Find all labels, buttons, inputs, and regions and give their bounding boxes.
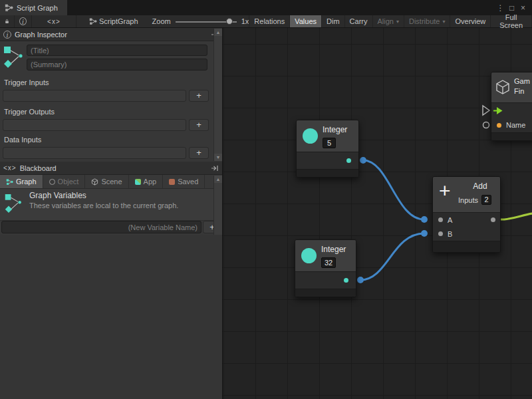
window-maximize-icon[interactable]: □: [506, 3, 517, 13]
graph-title-input[interactable]: [27, 45, 207, 56]
trigger-outputs-label: Trigger Outputs: [4, 108, 55, 116]
dropdown-arrow-icon: ▾: [442, 19, 445, 25]
string-port-icon[interactable]: [497, 123, 501, 128]
input-row-b: B: [433, 227, 500, 241]
variables-icon: <x>: [3, 164, 17, 172]
node-header[interactable]: Gam Fin: [491, 72, 532, 103]
node-header[interactable]: Integer 5: [297, 120, 358, 152]
graph-inspector-title: Graph Inspector: [15, 31, 67, 39]
overview-label: Overview: [455, 17, 485, 25]
inspector-toggle-button[interactable]: i: [15, 15, 32, 27]
align-label: Align: [378, 17, 394, 25]
carry-button[interactable]: Carry: [345, 15, 373, 27]
toolbar-buttons: Relations Values Dim Carry Align ▾ Distr…: [249, 15, 532, 27]
integer-value-field[interactable]: 5: [323, 138, 336, 148]
maximize-panel-icon[interactable]: [211, 165, 219, 172]
window-tab-script-graph[interactable]: Script Graph: [0, 0, 67, 15]
blackboard-title: Blackboard: [20, 164, 57, 172]
value-input-port[interactable]: [483, 122, 489, 128]
blackboard-empty-area: [0, 235, 222, 399]
input-port-icon[interactable]: [438, 217, 443, 222]
scene-cube-icon: [91, 178, 98, 186]
graph-type-icon: [3, 45, 24, 69]
window-close-icon[interactable]: ×: [517, 3, 529, 13]
node-add[interactable]: + Add Inputs 2 A B: [432, 176, 501, 253]
scroll-up-icon[interactable]: ▲: [214, 176, 222, 183]
inputs-count-field[interactable]: 2: [481, 195, 491, 205]
tab-scene[interactable]: Scene: [85, 175, 128, 188]
flow-input-port[interactable]: [483, 106, 489, 115]
wire-add-output: [501, 213, 532, 219]
input-b-label: B: [448, 230, 452, 238]
new-variable-input[interactable]: [1, 221, 201, 233]
input-port-icon[interactable]: [438, 231, 443, 236]
lock-glyph: [5, 17, 9, 25]
inputs-label: Inputs: [458, 196, 478, 204]
name-port-label: Name: [506, 121, 525, 129]
port-bubble[interactable]: [421, 216, 428, 223]
tab-app[interactable]: App: [129, 175, 164, 188]
script-graph-asset-icon: [5, 3, 13, 12]
blackboard-toggle-button[interactable]: <x>: [32, 15, 76, 27]
graph-summary-input[interactable]: [27, 59, 207, 70]
integer-value-field[interactable]: 32: [321, 257, 336, 268]
node-title-line2: Fin: [514, 87, 524, 95]
flow-arrow-icon[interactable]: [493, 107, 503, 114]
node-port-row: [295, 272, 356, 289]
lock-icon[interactable]: [0, 15, 15, 27]
node-footer: [491, 132, 532, 140]
zoom-slider[interactable]: [176, 15, 237, 28]
align-button[interactable]: Align ▾: [373, 15, 404, 27]
full-screen-button[interactable]: Full Screen: [491, 15, 532, 27]
zoom-value: 1x: [241, 17, 249, 25]
node-title: Integer: [321, 245, 346, 254]
port-bubble[interactable]: [360, 157, 366, 164]
port-bubble[interactable]: [421, 230, 428, 237]
graph-variables-note: These variables are local to the current…: [29, 201, 178, 209]
output-port-icon[interactable]: [491, 217, 495, 222]
blackboard-tabs: Graph Object Scene App Saved: [0, 175, 213, 189]
relations-button[interactable]: Relations: [249, 15, 290, 27]
output-port-icon[interactable]: [346, 158, 351, 163]
info-icon: i: [19, 17, 27, 25]
graph-canvas[interactable]: Integer 5 Integer 32 + Add: [223, 28, 532, 399]
overview-button[interactable]: Overview: [450, 15, 491, 27]
node-header[interactable]: + Add Inputs 2: [433, 177, 500, 213]
port-bubble[interactable]: [357, 277, 364, 283]
tab-app-label: App: [144, 178, 157, 186]
data-inputs-label: Data Inputs: [4, 136, 41, 144]
dim-button[interactable]: Dim: [322, 15, 345, 27]
add-trigger-input-button[interactable]: +: [189, 90, 209, 102]
node-title-line1: Gam: [514, 77, 530, 85]
node-find-partial[interactable]: Gam Fin Name: [491, 72, 532, 141]
info-icon: i: [3, 31, 11, 39]
values-button[interactable]: Values: [290, 15, 322, 27]
trigger-inputs-list: [3, 90, 186, 102]
app-grid-icon: [135, 179, 141, 185]
tab-graph[interactable]: Graph: [0, 175, 43, 188]
output-port-icon[interactable]: [344, 278, 348, 283]
scroll-up-icon[interactable]: ▲: [214, 29, 222, 36]
zoom-slider-knob[interactable]: [226, 18, 233, 25]
add-trigger-output-button[interactable]: +: [189, 119, 209, 131]
window-menu-icon[interactable]: ⋮: [495, 3, 506, 13]
dropdown-arrow-icon: ▾: [396, 19, 399, 25]
wire-integer32-to-add-b: [360, 233, 424, 280]
scroll-down-icon[interactable]: ▼: [214, 154, 222, 161]
node-integer-5[interactable]: Integer 5: [296, 120, 359, 178]
add-data-input-button[interactable]: +: [189, 147, 209, 159]
carry-label: Carry: [350, 17, 368, 25]
input-row-a: A: [433, 213, 500, 227]
distribute-button[interactable]: Distribute ▾: [404, 15, 450, 27]
tab-object[interactable]: Object: [43, 175, 86, 188]
graph-breadcrumb[interactable]: ScriptGraph: [84, 15, 143, 27]
node-integer-32[interactable]: Integer 32: [295, 239, 356, 297]
node-footer: [297, 169, 358, 177]
graph-variables-block: Graph Variables These variables are loca…: [0, 189, 222, 221]
object-icon: [49, 179, 55, 185]
tab-saved[interactable]: Saved: [163, 175, 205, 188]
integer-icon: [303, 128, 318, 144]
add-icon: +: [439, 180, 451, 201]
inspector-scrollbar[interactable]: ▲ ▼: [213, 29, 222, 161]
node-header[interactable]: Integer 32: [295, 240, 356, 272]
